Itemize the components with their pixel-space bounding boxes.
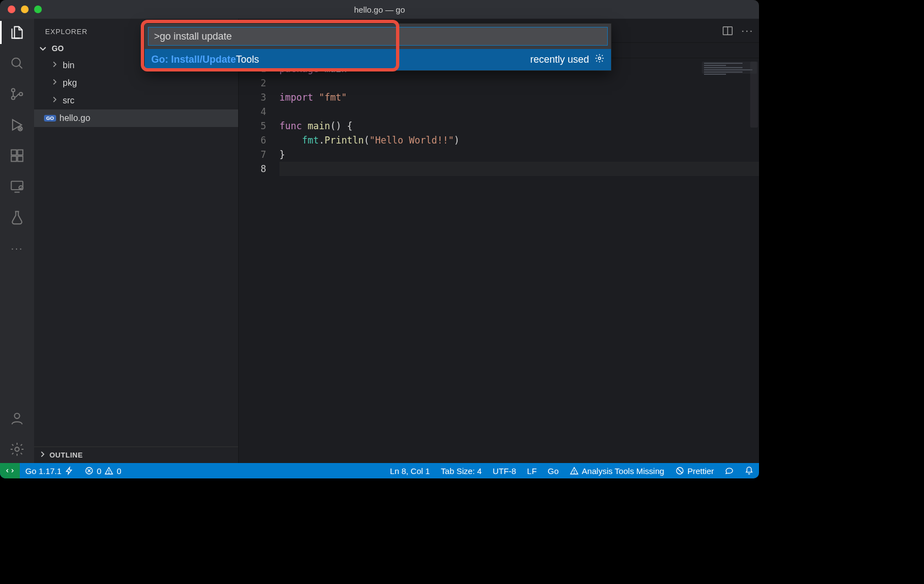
account-icon[interactable] <box>9 410 25 427</box>
chevron-right-icon <box>51 96 59 106</box>
svg-point-12 <box>15 447 19 451</box>
svg-point-0 <box>12 58 20 67</box>
command-palette: Go: Install/Update Tools recently used <box>144 23 612 71</box>
go-version[interactable]: Go 1.17.1 <box>20 463 79 478</box>
folder-label: src <box>63 96 74 106</box>
chevron-right-icon <box>38 450 46 460</box>
vscode-window: hello.go — go <box>0 0 759 478</box>
outline-label: OUTLINE <box>50 451 83 459</box>
close-icon[interactable] <box>8 5 15 13</box>
svg-point-18 <box>598 57 601 60</box>
remote-indicator[interactable] <box>0 463 20 478</box>
result-match: Go: Install/Update <box>151 54 236 65</box>
result-rest: Tools <box>236 54 259 65</box>
svg-rect-6 <box>12 156 16 161</box>
more-icon[interactable]: ··· <box>9 240 25 256</box>
code-content[interactable]: package main import "fmt" func main() { … <box>279 58 759 463</box>
status-bar: Go 1.17.1 0 0 Ln 8, Col 1 Tab Size: 4 UT… <box>0 463 759 478</box>
analysis-warning[interactable]: Analysis Tools Missing <box>564 463 670 478</box>
svg-point-2 <box>12 96 15 100</box>
vertical-scrollbar[interactable] <box>749 58 759 463</box>
svg-rect-8 <box>18 150 23 155</box>
window-title: hello.go — go <box>354 5 405 14</box>
source-control-icon[interactable] <box>9 86 25 102</box>
folder-label: bin <box>63 60 74 70</box>
indentation[interactable]: Tab Size: 4 <box>436 463 487 478</box>
command-palette-result[interactable]: Go: Install/Update Tools recently used <box>145 49 611 70</box>
titlebar[interactable]: hello.go — go <box>0 0 759 19</box>
explorer-sidebar: EXPLORER GO bin pkg src <box>34 19 239 463</box>
command-palette-input[interactable] <box>148 27 608 46</box>
prettier-status[interactable]: Prettier <box>670 463 719 478</box>
recently-used-label: recently used <box>530 54 589 65</box>
encoding[interactable]: UTF-8 <box>487 463 522 478</box>
folder-pkg[interactable]: pkg <box>34 74 238 92</box>
eol[interactable]: LF <box>521 463 542 478</box>
minimize-icon[interactable] <box>21 5 29 13</box>
testing-icon[interactable] <box>9 209 25 225</box>
editor-area: ··· GO hello.go ... 1 2 3 4 5 6 7 8 <box>239 19 759 463</box>
chevron-down-icon <box>38 43 48 53</box>
svg-point-15 <box>109 473 109 473</box>
search-icon[interactable] <box>9 55 25 71</box>
traffic-lights <box>8 5 42 13</box>
minimap[interactable] <box>702 62 757 74</box>
problems-indicator[interactable]: 0 0 <box>79 463 127 478</box>
line-gutter: 1 2 3 4 5 6 7 8 <box>239 58 279 463</box>
maximize-icon[interactable] <box>34 5 42 13</box>
svg-point-16 <box>574 473 575 473</box>
outline-section[interactable]: OUTLINE <box>34 447 238 463</box>
folder-src[interactable]: src <box>34 92 238 109</box>
bell-icon[interactable] <box>739 463 759 478</box>
activity-bar: ··· <box>0 19 34 463</box>
chevron-right-icon <box>51 60 59 70</box>
more-actions-icon[interactable]: ··· <box>741 25 754 37</box>
go-file-icon: GO <box>44 115 56 122</box>
chevron-right-icon <box>51 78 59 88</box>
extensions-icon[interactable] <box>9 147 25 164</box>
code-editor[interactable]: 1 2 3 4 5 6 7 8 package main import "fmt… <box>239 58 759 463</box>
folder-label: pkg <box>63 78 77 88</box>
gear-icon[interactable] <box>9 441 25 458</box>
svg-point-1 <box>12 89 15 92</box>
split-editor-icon[interactable] <box>722 25 734 37</box>
file-label: hello.go <box>59 113 90 123</box>
gear-icon[interactable] <box>595 53 604 66</box>
svg-point-11 <box>14 414 19 418</box>
explorer-icon[interactable] <box>9 24 25 41</box>
remote-explorer-icon[interactable] <box>9 178 25 195</box>
svg-rect-7 <box>18 156 23 161</box>
svg-rect-5 <box>12 150 16 155</box>
run-debug-icon[interactable] <box>9 117 25 133</box>
root-folder-name: GO <box>52 44 64 53</box>
language-mode[interactable]: Go <box>542 463 564 478</box>
feedback-icon[interactable] <box>719 463 739 478</box>
cursor-position[interactable]: Ln 8, Col 1 <box>384 463 436 478</box>
file-hello-go[interactable]: GO hello.go <box>34 109 238 127</box>
svg-point-3 <box>19 92 23 96</box>
